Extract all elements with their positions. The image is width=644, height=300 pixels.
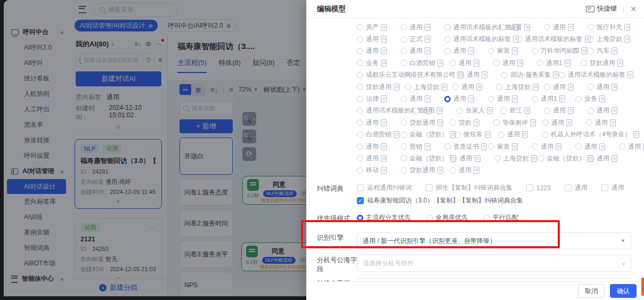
document-icon[interactable] [475, 155, 480, 162]
document-icon[interactable] [425, 95, 430, 102]
model-option[interactable]: 业务 [357, 59, 394, 68]
document-icon[interactable] [381, 24, 387, 31]
close-icon[interactable]: ✕ [630, 5, 637, 13]
document-icon[interactable] [588, 155, 593, 162]
model-option[interactable]: 通用 [413, 106, 450, 115]
model-option[interactable]: 上海贷款 [405, 83, 446, 92]
model-option[interactable]: 成都乐云互动网络技术有限公司 [357, 70, 451, 79]
model-option[interactable]: 业务 [575, 94, 613, 103]
model-option[interactable]: 万科华鸿如园 [532, 46, 581, 55]
model-option[interactable]: 通用 [401, 94, 438, 103]
document-icon[interactable] [599, 95, 605, 102]
model-option[interactable]: 上海贷款 [496, 83, 537, 92]
document-icon[interactable] [474, 167, 479, 174]
model-option[interactable]: 通用1 [537, 59, 574, 68]
model-option[interactable]: 贷款通用 [401, 118, 443, 127]
model-option[interactable]: 家装 [488, 46, 525, 55]
document-icon[interactable] [553, 71, 559, 78]
shortcut-keys-button[interactable]: 快捷键 [586, 4, 617, 13]
document-icon[interactable] [381, 47, 387, 54]
document-icon[interactable] [468, 47, 474, 54]
document-icon[interactable] [524, 24, 530, 31]
confirm-button[interactable]: 确认 [610, 284, 637, 298]
dict-option[interactable]: 1223 [526, 184, 551, 192]
document-icon[interactable] [450, 131, 456, 138]
document-icon[interactable] [568, 24, 574, 31]
dict-option[interactable]: 招生【复制】纠错词典合集 [426, 183, 512, 192]
document-icon[interactable] [599, 143, 605, 150]
document-icon[interactable] [524, 107, 530, 114]
model-option[interactable]: 微炫客 [454, 130, 492, 139]
document-icon[interactable] [512, 95, 518, 102]
model-option[interactable]: 通用 [452, 83, 490, 92]
model-option[interactable]: 通用 [588, 154, 625, 163]
document-icon[interactable] [437, 119, 443, 126]
document-icon[interactable] [624, 24, 630, 31]
dict-option[interactable]: 通用 [601, 183, 624, 192]
document-icon[interactable] [612, 47, 617, 54]
model-option[interactable]: 通用1 [532, 94, 569, 103]
document-icon[interactable] [381, 36, 387, 43]
document-icon[interactable] [442, 84, 447, 91]
model-option[interactable]: 通用 [401, 23, 438, 32]
model-option[interactable]: 通用 [450, 59, 487, 68]
document-icon[interactable] [437, 167, 443, 174]
ext-select[interactable]: 请选择分机号组件 ∨ [357, 255, 631, 272]
document-icon[interactable] [381, 60, 387, 67]
document-icon[interactable] [381, 95, 387, 102]
document-icon[interactable] [487, 107, 493, 114]
model-option[interactable]: 通用 [619, 142, 644, 151]
model-option[interactable]: 等保测评 [493, 118, 536, 127]
document-icon[interactable] [425, 24, 430, 31]
priority-option[interactable]: 全局库优先 [427, 213, 468, 222]
document-icon[interactable] [474, 119, 479, 126]
model-option[interactable]: 通用 [493, 59, 531, 68]
document-icon[interactable] [381, 167, 387, 174]
model-option[interactable]: 汽车 [588, 46, 625, 55]
model-option[interactable]: 上海贷款 [588, 35, 625, 44]
model-option[interactable]: 移动 [357, 166, 394, 175]
model-option[interactable]: 当家人 [456, 106, 494, 115]
model-option[interactable]: 通用 [357, 154, 394, 163]
document-icon[interactable] [513, 24, 519, 31]
model-option[interactable]: 法律 [357, 94, 394, 103]
model-option[interactable]: 贷款 [450, 118, 487, 127]
model-option[interactable]: 通用话术模板的标签 [516, 35, 582, 44]
document-icon[interactable] [468, 95, 474, 102]
document-icon[interactable] [381, 143, 387, 150]
model-option[interactable]: 通用 [542, 118, 580, 127]
model-option[interactable]: 贷款通用 [357, 83, 398, 92]
model-option[interactable]: 通用话术模板的标签 [444, 23, 494, 32]
document-icon[interactable] [450, 155, 456, 162]
document-icon[interactable] [425, 143, 430, 150]
model-option[interactable]: 通用 [544, 106, 581, 115]
dict-option[interactable]: 通用 [565, 183, 588, 192]
document-icon[interactable] [474, 60, 479, 67]
model-option[interactable]: 通用 [544, 23, 581, 32]
document-icon[interactable] [425, 36, 430, 43]
model-option[interactable]: 医疗补充 [588, 23, 625, 32]
model-option[interactable]: 设置 [500, 23, 537, 32]
model-option[interactable]: 金融（贷款） [401, 154, 444, 163]
model-option[interactable]: 通用 [588, 106, 625, 115]
document-icon[interactable] [531, 155, 537, 162]
model-option[interactable]: 通用 [357, 46, 394, 55]
document-icon[interactable] [585, 36, 591, 43]
model-option[interactable]: 通用话术模板的标签 [559, 70, 625, 79]
model-option[interactable]: 白酒营销 [401, 59, 443, 68]
model-option[interactable]: 贷款通用 [401, 166, 443, 175]
model-option[interactable]: 通用 [532, 142, 569, 151]
document-icon[interactable] [512, 143, 518, 150]
priority-option[interactable]: 平行匹配 [484, 213, 518, 222]
document-icon[interactable] [612, 107, 617, 114]
model-option[interactable]: 金融（贷款） [401, 130, 448, 139]
model-option[interactable]: 通用 [401, 46, 438, 55]
document-icon[interactable] [624, 36, 630, 43]
model-option[interactable]: 贷款通用 [581, 59, 623, 68]
document-icon[interactable] [512, 47, 518, 54]
engine-select[interactable]: 通用 / 新一代识别引擎（识别更准、自带降噪） ▼ [357, 232, 631, 249]
document-icon[interactable] [565, 60, 570, 67]
document-icon[interactable] [610, 119, 616, 126]
model-option[interactable]: 机器人外呼话术（4号录音） [542, 130, 625, 139]
model-option[interactable]: 通用 [444, 46, 482, 55]
